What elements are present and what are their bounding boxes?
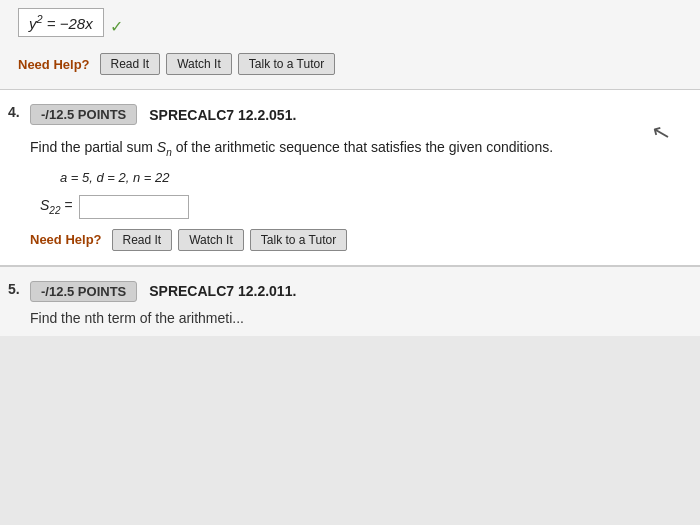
top-talk-to-tutor-button[interactable]: Talk to a Tutor xyxy=(238,53,335,75)
question-4-text: Find the partial sum Sn of the arithmeti… xyxy=(30,137,682,160)
question-4-header: -/12.5 POINTS SPRECALC7 12.2.051. xyxy=(30,104,682,125)
top-section: y2 = −28x ✓ Need Help? Read It Watch It … xyxy=(0,0,700,90)
question-4-help-row: Need Help? Read It Watch It Talk to a Tu… xyxy=(30,229,682,251)
question-5-header: -/12.5 POINTS SPRECALC7 12.2.011. xyxy=(30,281,682,302)
question-4-need-help-label: Need Help? xyxy=(30,232,102,247)
equation-display: y2 = −28x xyxy=(18,8,104,37)
top-watch-it-button[interactable]: Watch It xyxy=(166,53,232,75)
question-4-answer-row: S22 = xyxy=(40,195,682,219)
question-5-section: 5. -/12.5 POINTS SPRECALC7 12.2.011. Fin… xyxy=(0,267,700,336)
question-5-text: Find the nth term of the arithmeti... xyxy=(30,310,682,326)
question-5-points: -/12.5 POINTS xyxy=(30,281,137,302)
question-4-section: 4. -/12.5 POINTS SPRECALC7 12.2.051. Fin… xyxy=(0,90,700,267)
equation-text: y2 = −28x xyxy=(29,15,93,32)
top-need-help-label: Need Help? xyxy=(18,57,90,72)
question-4-talk-to-tutor-button[interactable]: Talk to a Tutor xyxy=(250,229,347,251)
question-4-answer-input[interactable] xyxy=(79,195,189,219)
checkmark-icon: ✓ xyxy=(110,17,123,36)
question-4-id: SPRECALC7 12.2.051. xyxy=(149,107,296,123)
top-read-it-button[interactable]: Read It xyxy=(100,53,161,75)
question-4-number: 4. xyxy=(8,104,20,120)
question-4-conditions: a = 5, d = 2, n = 22 xyxy=(60,170,682,185)
question-4-read-it-button[interactable]: Read It xyxy=(112,229,173,251)
top-help-row: Need Help? Read It Watch It Talk to a Tu… xyxy=(18,53,682,75)
question-4-answer-label: S22 = xyxy=(40,197,73,216)
question-4-points: -/12.5 POINTS xyxy=(30,104,137,125)
question-5-number: 5. xyxy=(8,281,20,297)
page-wrapper: y2 = −28x ✓ Need Help? Read It Watch It … xyxy=(0,0,700,525)
question-5-id: SPRECALC7 12.2.011. xyxy=(149,283,296,299)
question-4-watch-it-button[interactable]: Watch It xyxy=(178,229,244,251)
